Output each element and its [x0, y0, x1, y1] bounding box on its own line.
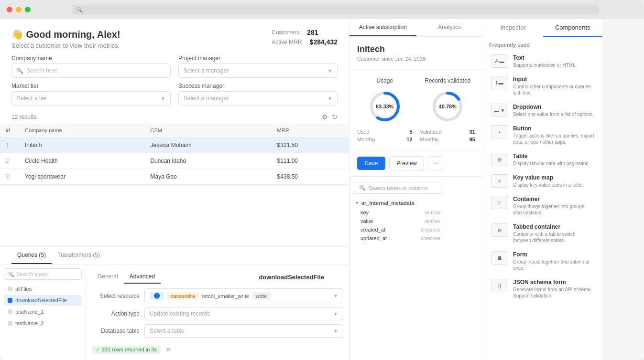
action-buttons: Save Preview ··· — [349, 150, 483, 177]
inspector-tab[interactable]: Inspector — [483, 19, 543, 37]
chevron-down-icon: ▼ — [333, 293, 338, 298]
db-field: updated_attimezone — [350, 234, 445, 243]
component-desc: Group things together into groups, also … — [513, 203, 595, 216]
component-name: Text — [513, 54, 595, 61]
row-csm: Jessica Mohaim — [144, 138, 271, 153]
row-mrr: $321.50 — [272, 138, 349, 153]
query-sidebar: 🔍 Search query allFilesdownloadSelectedF… — [0, 265, 86, 360]
project-manager-select[interactable]: Select a manager ▼ — [178, 64, 338, 78]
save-button[interactable]: Save — [357, 157, 385, 170]
component-item-button[interactable]: ▪ Button Trigger actions like run querie… — [485, 121, 600, 149]
component-name: JSON schema form — [513, 279, 595, 286]
component-item-container[interactable]: □ Container Group things together into g… — [485, 192, 600, 220]
component-desc: Generate forms from an API schema. Suppo… — [513, 286, 595, 299]
resource-value: 🔵 cassandra retool_emailer_write write ▼ — [144, 288, 343, 303]
component-info: JSON schema form Generate forms from an … — [513, 279, 595, 299]
greeting-subtitle: Select a customer to view their metrics. — [11, 42, 272, 49]
db-table-select[interactable]: Select a table ▼ — [144, 324, 343, 338]
customers-stat: Customers 281 — [272, 29, 338, 36]
toolbar-icons: ⚙ ↻ — [322, 113, 338, 121]
component-info: Container Group things together into gro… — [513, 196, 595, 216]
mrr-stat: Active MRR $284,432 — [272, 38, 338, 46]
company-name-input[interactable]: 🔍 Search here — [11, 64, 171, 78]
row-company: Yogi sportswear — [19, 169, 144, 185]
component-item-json-schema-form[interactable]: {} JSON schema form Generate forms from … — [485, 275, 600, 303]
query-name: testName_2 — [15, 320, 44, 326]
content-area: 👋 Good morning, Alex! Select a customer … — [0, 19, 644, 360]
active-subscription-tab[interactable]: Active subscription — [349, 19, 416, 36]
db-search[interactable]: 🔍 Search tables or columns — [354, 182, 441, 194]
success-manager-select[interactable]: Select a manager ▼ — [178, 91, 338, 106]
close-dot[interactable] — [7, 7, 12, 12]
general-tab[interactable]: General — [92, 270, 124, 284]
address-bar[interactable]: 🔍 — [72, 4, 599, 15]
advanced-tab[interactable]: Advanced — [124, 270, 161, 284]
filter-icon[interactable]: ⚙ — [322, 113, 328, 121]
db-tree-header[interactable]: ▼ ar_internal_metadata — [350, 198, 445, 208]
refresh-icon[interactable]: ↻ — [332, 113, 338, 121]
component-item-tabbed-container[interactable]: ⊟ Tabbed container Container with a tab … — [485, 220, 600, 247]
usage-monthly-label: Monthly — [357, 137, 376, 142]
component-info: Table Display tabular data with paginati… — [513, 153, 595, 167]
row-company: Initech — [19, 138, 144, 153]
action-type-row: Action type Update existing records ▼ — [92, 307, 343, 320]
component-item-key-value-map[interactable]: ≡ Key value map Display key value pairs … — [485, 170, 600, 192]
component-item-table[interactable]: ⊞ Table Display tabular data with pagina… — [485, 149, 600, 170]
minimize-dot[interactable] — [16, 7, 22, 12]
records-metric: Records validated 40.78% Validated 3 — [420, 77, 476, 142]
db-table-label: Database table — [92, 328, 140, 334]
query-list-item[interactable]: downloadSelectedFile — [4, 295, 82, 306]
table-row[interactable]: 1 Initech Jessica Mohaim $321.50 — [0, 138, 349, 153]
row-mrr: $111.00 — [272, 153, 349, 169]
db-field: keyvarchar — [350, 208, 445, 217]
transformers-tab[interactable]: Transformers (5) — [52, 247, 106, 264]
row-csm: Maya Gao — [144, 169, 271, 185]
row-csm: Duncan Idaho — [144, 153, 271, 169]
component-name: Input — [513, 76, 595, 83]
query-search[interactable]: 🔍 Search query — [4, 268, 82, 280]
component-item-dropdown[interactable]: ▬ ▼ Dropdown Select one value from a lis… — [485, 100, 600, 121]
query-name: testName_1 — [15, 309, 44, 315]
query-list-item[interactable]: allFiles — [4, 284, 82, 294]
project-manager-label: Project manager — [178, 55, 338, 62]
component-item-input[interactable]: I ▬ Input Control other components or qu… — [485, 72, 600, 100]
query-list-item[interactable]: testName_1 — [4, 307, 82, 317]
records-monthly-row: Monthly 95 — [420, 137, 476, 142]
component-desc: Select one value from a list of options. — [513, 111, 595, 117]
component-info: Tabbed container Container with a tab to… — [513, 223, 595, 244]
analytics-tab[interactable]: Analytics — [416, 19, 483, 36]
close-status-button[interactable]: ✕ — [164, 345, 172, 354]
resource-db: cassandra — [167, 292, 199, 300]
table-row[interactable]: 2 Circle Health Duncan Idaho $111.00 — [0, 153, 349, 169]
db-fields: keyvarcharvaluevarcharcreated_attimezone… — [350, 208, 445, 243]
queries-tab[interactable]: Queries (5) — [11, 247, 52, 264]
col-mrr: MRR — [272, 124, 349, 138]
usage-title: Usage — [376, 77, 393, 84]
component-icon: □ — [491, 196, 508, 209]
market-tier-select[interactable]: Select a tier ▼ — [11, 91, 171, 106]
db-table-row: Database table Select a table ▼ — [92, 324, 343, 338]
maximize-dot[interactable] — [25, 7, 31, 12]
query-list-item[interactable]: testName_2 — [4, 318, 82, 328]
component-desc: Trigger actions like run queries, export… — [513, 133, 595, 145]
component-name: Dropdown — [513, 104, 595, 110]
preview-button[interactable]: Preview — [389, 156, 424, 170]
component-icon: ▪ — [491, 125, 508, 138]
search-icon: 🔍 — [8, 272, 14, 277]
component-name: Container — [513, 196, 595, 202]
db-field-type: timezone — [421, 236, 440, 241]
usage-monthly-row: Monthly 12 — [357, 137, 413, 142]
bottom-tabs: Queries (5) Transformers (5) — [0, 247, 349, 265]
component-item-form[interactable]: ≣ Form Group inputs together and submit … — [485, 247, 600, 275]
more-button[interactable]: ··· — [428, 156, 443, 170]
row-id: 2 — [0, 153, 19, 169]
component-item-text[interactable]: A ▬ Text Supports markdown or HTML. — [485, 51, 600, 72]
table-row[interactable]: 3 Yogi sportswear Maya Gao $438.50 — [0, 169, 349, 185]
records-monthly-value: 95 — [469, 137, 475, 142]
resource-icon-badge: 🔵 — [150, 292, 164, 300]
records-donut: 40.78% — [431, 90, 464, 123]
components-tab[interactable]: Components — [543, 19, 603, 37]
metrics-row: Usage 83.33% Used 5 — [349, 70, 483, 150]
db-field-name: value — [360, 218, 373, 224]
action-type-select[interactable]: Update existing records ▼ — [144, 307, 343, 320]
